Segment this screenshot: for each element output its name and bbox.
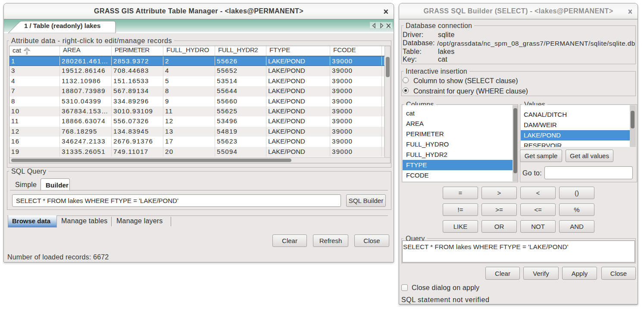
svg-text:1 / Table (readonly) lakes: 1 / Table (readonly) lakes (24, 22, 100, 29)
